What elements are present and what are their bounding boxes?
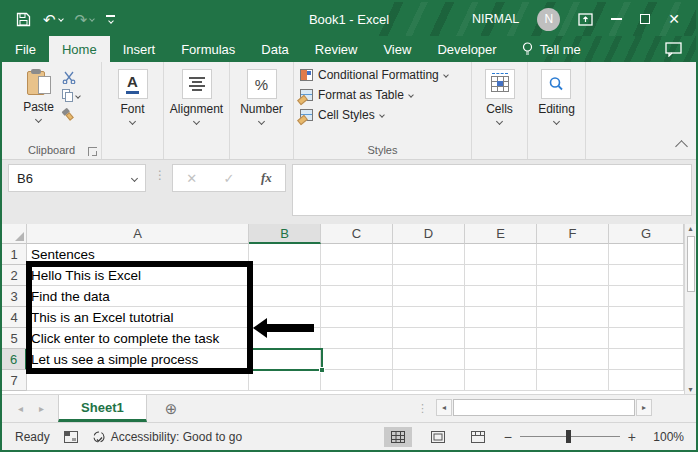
cell-c1[interactable] [321,244,393,265]
alignment-button[interactable]: Alignment [170,67,223,124]
format-painter-button[interactable] [62,107,80,120]
comment-icon[interactable] [665,42,682,57]
cell-b2[interactable] [249,265,321,286]
tell-me-button[interactable]: Tell me [510,36,593,62]
cell-f3[interactable] [537,286,609,307]
cut-button[interactable] [62,71,80,84]
cancel-icon[interactable]: ✕ [186,171,197,186]
scroll-left-icon[interactable]: ◂ [436,399,452,416]
tab-insert[interactable]: Insert [110,36,169,62]
row-header-1[interactable]: 1 [2,244,27,265]
accessibility-status[interactable]: Accessibility: Good to go [92,430,242,444]
cell-d4[interactable] [393,307,465,328]
cell-f6[interactable] [537,349,609,370]
cell-c5[interactable] [321,328,393,349]
horizontal-scroll-thumb[interactable] [453,399,635,416]
formula-input[interactable] [292,164,692,216]
cell-d3[interactable] [393,286,465,307]
cell-e6[interactable] [465,349,537,370]
zoom-slider[interactable] [520,436,620,437]
tab-view[interactable]: View [370,36,424,62]
zoom-in-button[interactable]: + [628,429,636,445]
paste-button[interactable]: Paste [23,67,54,122]
cell-b1[interactable] [249,244,321,265]
row-header-2[interactable]: 2 [2,265,27,286]
maximize-button[interactable] [640,14,650,24]
number-button[interactable]: % Number [240,67,283,124]
customize-qat-button[interactable] [106,15,115,23]
cell-d2[interactable] [393,265,465,286]
sheet-prev-icon[interactable]: ◂ [18,403,23,414]
row-header-5[interactable]: 5 [2,328,27,349]
row-header-3[interactable]: 3 [2,286,27,307]
column-header-e[interactable]: E [465,224,537,244]
select-all-corner[interactable] [2,224,27,244]
normal-view-button[interactable] [384,427,412,447]
tab-developer[interactable]: Developer [424,36,509,62]
cell-d5[interactable] [393,328,465,349]
vertical-scrollbar[interactable]: ▴ ▾ [684,224,696,394]
cell-c3[interactable] [321,286,393,307]
ribbon-display-options-button[interactable] [578,13,593,26]
cell-f7[interactable] [537,370,609,391]
cell-a3[interactable]: Find the data [27,286,249,307]
vertical-scroll-thumb[interactable] [687,236,695,292]
cell-a4[interactable]: This is an Excel tutotrial [27,307,249,328]
cell-g2[interactable] [609,265,684,286]
add-sheet-button[interactable]: ⊕ [147,395,196,422]
cell-c4[interactable] [321,307,393,328]
cell-g6[interactable] [609,349,684,370]
page-layout-view-button[interactable] [424,427,452,447]
macro-record-icon[interactable] [64,431,78,443]
font-button[interactable]: A Font [118,67,148,124]
cell-a5[interactable]: Click enter to complete the task [27,328,249,349]
cell-a2[interactable]: Hello This is Excel [27,265,249,286]
cell-g7[interactable] [609,370,684,391]
cell-g4[interactable] [609,307,684,328]
cell-d1[interactable] [393,244,465,265]
copy-button[interactable] [62,89,80,102]
column-header-a[interactable]: A [27,224,249,244]
sheet-tab-sheet1[interactable]: Sheet1 [58,395,147,422]
insert-function-icon[interactable]: fx [261,170,272,186]
undo-button[interactable]: ↶ [43,12,63,27]
cell-a1[interactable]: Sentences [27,244,249,265]
cell-f5[interactable] [537,328,609,349]
fill-handle[interactable] [319,367,325,373]
cell-e3[interactable] [465,286,537,307]
row-header-7[interactable]: 7 [2,370,27,391]
avatar[interactable]: N [537,8,560,31]
column-header-g[interactable]: G [609,224,684,244]
cell-styles-button[interactable]: Cell Styles [300,107,384,123]
zoom-out-button[interactable]: − [504,429,512,445]
cell-g5[interactable] [609,328,684,349]
cell-b3[interactable] [249,286,321,307]
cell-a6[interactable]: Let us see a simple process [27,349,249,370]
cell-e7[interactable] [465,370,537,391]
cell-b7[interactable] [249,370,321,391]
sheet-next-icon[interactable]: ▸ [39,403,44,414]
cell-e2[interactable] [465,265,537,286]
tab-file[interactable]: File [2,36,49,62]
cell-c7[interactable] [321,370,393,391]
cell-d6[interactable] [393,349,465,370]
enter-icon[interactable]: ✓ [224,171,235,186]
tab-scroll-splitter[interactable]: ⋮ [417,402,428,415]
cell-c6[interactable] [321,349,393,370]
cell-g1[interactable] [609,244,684,265]
cell-e1[interactable] [465,244,537,265]
column-header-b[interactable]: B [249,224,321,244]
column-header-c[interactable]: C [321,224,393,244]
tab-formulas[interactable]: Formulas [168,36,248,62]
cell-e5[interactable] [465,328,537,349]
editing-button[interactable]: Editing [538,67,575,124]
tab-data[interactable]: Data [248,36,301,62]
clipboard-dialog-launcher-icon[interactable] [88,147,97,156]
minimize-button[interactable] [611,18,622,20]
scroll-up-icon[interactable]: ▴ [688,224,692,233]
scroll-right-icon[interactable]: ▸ [636,399,652,416]
cell-f1[interactable] [537,244,609,265]
zoom-slider-handle[interactable] [566,430,571,443]
conditional-formatting-button[interactable]: Conditional Formatting [300,67,448,83]
name-box[interactable]: B6 [8,164,146,192]
